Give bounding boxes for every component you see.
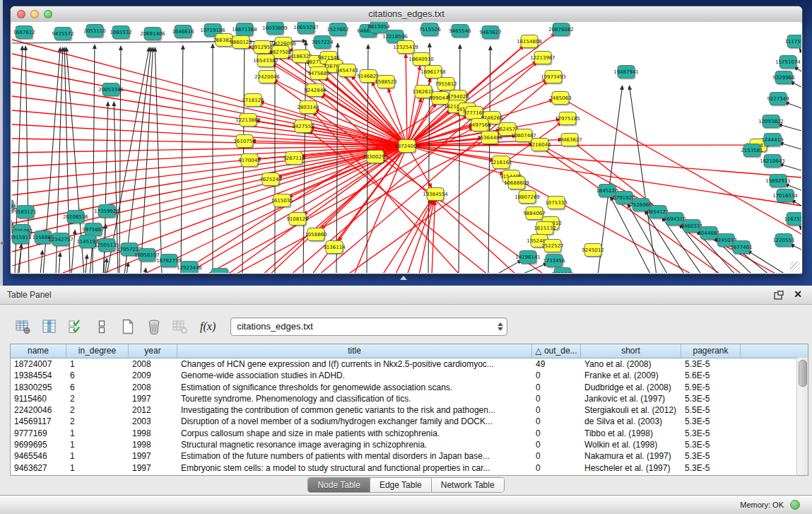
network-node[interactable]: 16210643 [760, 155, 785, 169]
table-row[interactable]: 946362711997Embryonic stem cells: a mode… [11, 462, 808, 474]
column-header-in_degree[interactable]: in_degree [66, 344, 129, 358]
table-cell[interactable]: 49 [532, 358, 581, 370]
network-node[interactable]: 18640910 [408, 53, 434, 67]
table-cell[interactable]: 1 [66, 358, 129, 370]
table-cell[interactable]: 2 [66, 416, 129, 427]
close-panel-icon[interactable]: ✕ [794, 288, 802, 300]
network-node[interactable]: 2803144 [297, 101, 319, 115]
table-cell[interactable]: Tourette syndrome. Phenomenology and cla… [177, 393, 532, 404]
tab-edge-table[interactable]: Edge Table [370, 478, 432, 492]
table-row[interactable]: 977716911998Corpus callosum shape and si… [11, 428, 808, 439]
network-node[interactable]: 9329966 [772, 71, 795, 86]
table-row[interactable]: 1872400712008Changes of HCN gene express… [11, 358, 808, 370]
network-node[interactable]: 18807269 [514, 191, 540, 205]
table-cell[interactable]: 5.9E-5 [681, 382, 741, 393]
network-node[interactable]: 20206536 [63, 211, 88, 225]
selection-mode-icon[interactable] [93, 317, 111, 336]
table-cell[interactable]: 5.3E-5 [681, 358, 741, 370]
network-node[interactable]: 1216161 [490, 156, 512, 170]
table-cell[interactable]: Embryonic stem cells: a model to study s… [177, 462, 532, 474]
table-cell[interactable]: Dudbridge et al. (2008) [581, 382, 681, 393]
table-cell[interactable]: Stergiakouli et al. (2012) [581, 404, 681, 416]
network-canvas-svg[interactable]: 1687612943557220531101065532206914061646… [11, 22, 801, 273]
table-cell[interactable]: 0 [532, 382, 581, 393]
column-checklist-icon[interactable] [66, 317, 85, 336]
table-cell[interactable]: 2012 [129, 404, 177, 416]
network-node[interactable]: 1646616 [172, 25, 194, 40]
table-cell[interactable]: 2009 [129, 370, 177, 381]
table-cell[interactable]: 2003 [129, 416, 177, 427]
network-node[interactable]: 1677401 [730, 241, 752, 255]
network-node[interactable]: 16033809 [262, 22, 288, 36]
table-cell[interactable]: 22420046 [11, 404, 66, 416]
function-builder-icon[interactable]: f(x) [200, 320, 216, 333]
table-cell[interactable]: Nakamura et al. (1997) [581, 450, 681, 462]
delete-column-icon[interactable] [145, 317, 163, 336]
tab-node-table[interactable]: Node Table [308, 478, 370, 492]
table-cell[interactable]: 5.3E-5 [681, 416, 741, 427]
table-cell[interactable]: Changes of HCN gene expression and I(f) … [177, 358, 532, 370]
network-node[interactable]: 9465546 [449, 25, 471, 39]
table-cell[interactable]: 0 [532, 462, 581, 474]
network-node[interactable]: 8860123 [230, 36, 252, 50]
network-node[interactable]: 1244419 [761, 134, 783, 148]
network-node[interactable]: 15751074 [775, 56, 801, 70]
network-node[interactable]: 1167531 [784, 213, 801, 227]
table-cell[interactable]: 18300295 [11, 382, 66, 393]
column-header-name[interactable]: name [11, 344, 66, 358]
table-cell[interactable]: 0 [532, 404, 581, 416]
table-selector-dropdown[interactable]: citations_edges.txt [230, 317, 507, 336]
table-cell[interactable]: Hescheler et al. (1997) [581, 462, 681, 474]
network-node[interactable]: 6216044 [529, 139, 551, 153]
table-cell[interactable]: Structural magnetic resonance image aver… [177, 439, 532, 450]
table-cell[interactable]: Estimation of significance thresholds fo… [177, 382, 532, 393]
table-cell[interactable]: Estimation of the future numbers of pati… [177, 450, 532, 462]
zoom-window-button[interactable] [44, 10, 52, 18]
network-node[interactable]: 9435572 [52, 28, 73, 42]
network-node[interactable]: 20053346 [98, 83, 124, 98]
network-node[interactable]: 19487941 [613, 66, 639, 80]
float-panel-icon[interactable] [774, 290, 784, 303]
network-node[interactable]: 1687612 [13, 26, 35, 40]
table-cell[interactable]: 2008 [129, 382, 177, 393]
table-cell[interactable]: 19384554 [11, 370, 66, 381]
column-header-short[interactable]: short [581, 344, 681, 358]
network-node[interactable]: 9115460 [208, 269, 230, 274]
network-node[interactable]: 9242844 [304, 84, 326, 98]
table-cell[interactable]: 0 [532, 439, 581, 450]
table-cell[interactable]: 5.3E-5 [681, 428, 741, 439]
column-header-filler[interactable] [741, 344, 808, 358]
network-node[interactable]: 9583171 [14, 206, 36, 220]
table-cell[interactable]: Investigating the contribution of common… [177, 404, 532, 416]
table-cell[interactable]: 5.3E-5 [681, 462, 741, 474]
table-cell[interactable]: 1 [66, 462, 129, 474]
network-node[interactable]: 10653287 [293, 22, 319, 35]
show-columns-icon[interactable] [40, 317, 59, 336]
network-node[interactable]: 16671368 [232, 23, 257, 37]
table-cell[interactable]: 1997 [129, 393, 177, 404]
network-node[interactable]: 9475685 [307, 67, 329, 81]
scrollbar-thumb[interactable] [799, 360, 807, 387]
network-node[interactable]: 9267110 [283, 152, 305, 166]
splitter-handle-icon[interactable] [400, 276, 407, 280]
table-row[interactable]: 1830029562008Estimation of significance … [11, 382, 808, 393]
network-node[interactable]: 7857224 [311, 36, 334, 50]
table-cell[interactable]: Disruption of a novel member of a sodium… [177, 416, 532, 427]
table-cell[interactable]: 0 [532, 450, 581, 462]
column-header-year[interactable]: year [129, 344, 177, 358]
table-cell[interactable]: 9777169 [11, 428, 66, 439]
network-node[interactable]: 9108126 [286, 213, 309, 227]
network-node[interactable]: 3915911 [11, 231, 32, 245]
table-cell[interactable]: 0 [532, 416, 581, 427]
table-cell[interactable]: 2008 [129, 358, 177, 370]
table-cell[interactable]: 5.3E-5 [681, 393, 741, 404]
table-cell[interactable]: Yano et al. (2008) [581, 358, 681, 370]
network-node[interactable]: 12213869 [235, 114, 261, 128]
network-node[interactable]: 9227349 [767, 93, 789, 107]
table-cell[interactable]: Jankovic et al. (1997) [581, 393, 681, 404]
network-node[interactable]: 9136114 [323, 241, 346, 255]
network-node[interactable]: 8454743 [336, 64, 358, 78]
table-cell[interactable]: 1997 [129, 462, 177, 474]
table-cell[interactable]: 5.3E-5 [681, 439, 741, 450]
network-node[interactable]: 7515526 [418, 23, 441, 37]
